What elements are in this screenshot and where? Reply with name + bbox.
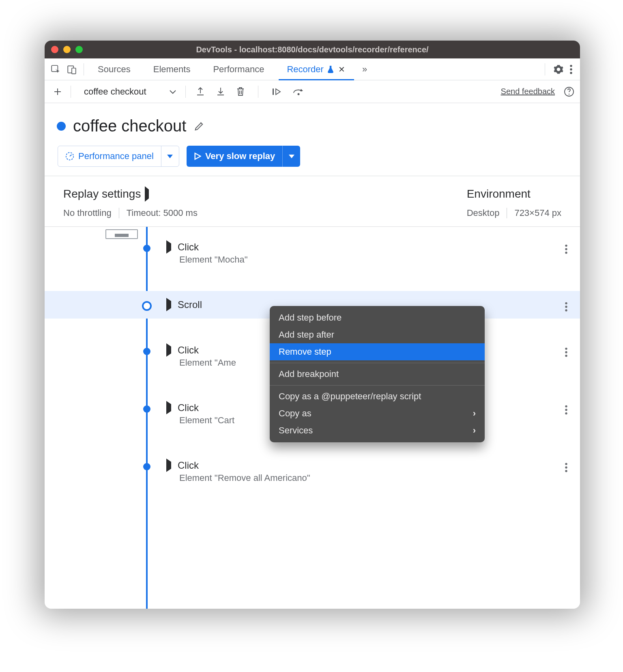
svg-point-16 [565,309,567,311]
ctx-separator [270,385,485,386]
gauge-icon [65,152,74,161]
send-feedback-link[interactable]: Send feedback [501,87,555,96]
throttling-value: No throttling [63,208,112,218]
kebab-menu-icon[interactable] [569,64,573,75]
svg-point-25 [565,470,567,472]
svg-point-12 [565,248,567,250]
svg-point-3 [570,65,572,67]
recording-select[interactable]: coffee checkout [77,86,150,97]
recording-title: coffee checkout [73,117,186,135]
svg-point-19 [565,355,567,357]
svg-rect-2 [72,68,76,73]
step-dot [143,348,150,355]
help-icon[interactable] [564,86,574,97]
ctx-add-step-after[interactable]: Add step after [270,326,485,343]
performance-panel-label: Performance panel [78,151,154,162]
svg-point-13 [565,252,567,254]
ctx-services[interactable]: Services› [270,422,485,439]
ctx-add-breakpoint[interactable]: Add breakpoint [270,366,485,383]
svg-point-9 [569,93,569,94]
tab-sources[interactable]: Sources [86,58,142,80]
replay-button[interactable]: Very slow replay [187,146,300,167]
traffic-lights [51,46,83,53]
step-title: Click [178,241,199,253]
svg-point-18 [565,351,567,353]
replay-settings-toggle[interactable]: Replay settings [63,187,198,200]
step-play-icon[interactable] [271,87,282,97]
replay-settings-row: Replay settings No throttling Timeout: 5… [45,176,580,227]
step-subtitle: Element "Mocha" [179,254,565,265]
step-kebab-icon[interactable] [565,347,568,358]
svg-point-17 [565,348,567,350]
svg-point-11 [565,245,567,247]
tab-performance[interactable]: Performance [202,58,275,80]
tab-elements[interactable]: Elements [142,58,202,80]
panel-tabs: Sources Elements Performance Recorder ✕ … [45,58,580,80]
performance-panel-button[interactable]: Performance panel [58,146,179,167]
delete-icon[interactable] [236,86,245,97]
step-row[interactable]: Click Element "Mocha" [45,233,580,273]
inspect-icon[interactable] [50,64,61,75]
step-title: Click [178,402,199,414]
device-toolbar-icon[interactable] [67,64,77,75]
step-dot [143,463,150,470]
submenu-arrow-icon: › [473,425,476,436]
submenu-arrow-icon: › [473,408,476,419]
step-context-menu: Add step before Add step after Remove st… [270,306,485,442]
chevron-right-icon [145,190,149,199]
recording-status-dot [57,122,66,131]
step-dot [143,245,150,252]
recording-select-chevron-icon[interactable] [169,89,176,94]
step-title: Click [178,460,199,471]
new-recording-icon[interactable] [50,87,65,97]
devtools-window: DevTools - localhost:8080/docs/devtools/… [45,41,580,609]
svg-point-21 [565,409,567,411]
step-row[interactable]: Click Element "Remove all Americano" [45,452,580,491]
replay-button-label: Very slow replay [205,151,275,162]
svg-point-22 [565,412,567,414]
svg-point-24 [565,466,567,468]
svg-point-5 [570,71,572,73]
export-icon[interactable] [195,86,205,97]
svg-point-15 [565,306,567,308]
svg-point-23 [565,463,567,465]
recorder-toolbar: coffee checkout Send feedback [45,80,580,103]
environment-label: Environment [467,187,561,200]
maximize-window[interactable] [75,46,83,53]
window-title: DevTools - localhost:8080/docs/devtools/… [45,45,580,54]
step-over-icon[interactable] [292,87,305,96]
performance-panel-dropdown[interactable] [161,146,179,166]
step-subtitle: Element "Remove all Americano" [179,473,565,483]
step-kebab-icon[interactable] [565,244,568,254]
more-tabs-icon[interactable]: » [357,64,373,75]
play-icon [194,152,201,160]
ctx-copy-as[interactable]: Copy as› [270,405,485,422]
step-kebab-icon[interactable] [565,462,568,473]
edit-title-icon[interactable] [193,121,205,132]
ctx-add-step-before[interactable]: Add step before [270,309,485,326]
step-kebab-icon[interactable] [565,302,568,312]
ctx-copy-puppeteer[interactable]: Copy as a @puppeteer/replay script [270,388,485,405]
timeout-value: Timeout: 5000 ms [127,208,198,218]
minimize-window[interactable] [63,46,71,53]
step-kebab-icon[interactable] [565,405,568,415]
import-icon[interactable] [216,86,226,97]
expand-step-icon[interactable] [166,243,171,251]
expand-step-icon[interactable] [166,462,171,469]
expand-step-icon[interactable] [166,347,171,354]
close-tab-icon[interactable]: ✕ [338,65,345,74]
step-dot [143,405,150,413]
ctx-remove-step[interactable]: Remove step [270,343,485,360]
close-window[interactable] [51,46,58,53]
step-dot [142,301,152,311]
ctx-separator [270,363,485,363]
svg-point-14 [565,302,567,304]
expand-step-icon[interactable] [166,301,171,308]
settings-icon[interactable] [553,64,564,75]
expand-step-icon[interactable] [166,404,171,411]
recording-header: coffee checkout Performance panel [45,103,580,176]
replay-dropdown[interactable] [282,146,300,167]
tab-recorder[interactable]: Recorder ✕ [275,58,356,80]
svg-point-7 [297,93,299,95]
steps-area: Click Element "Mocha" Scroll Click [45,227,580,609]
